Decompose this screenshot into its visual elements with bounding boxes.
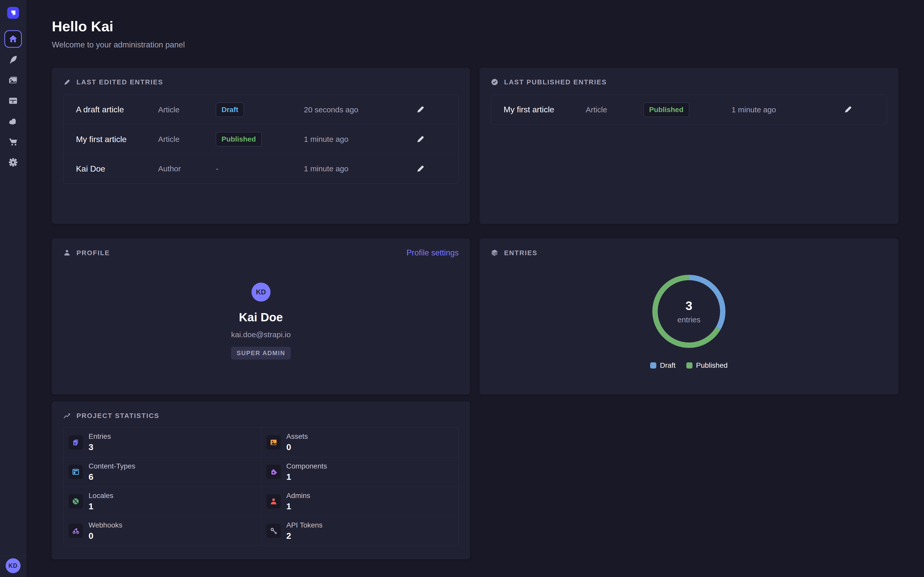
status-none: - xyxy=(216,164,304,173)
edit-entry-button[interactable] xyxy=(415,163,426,174)
panel-title: PROFILE xyxy=(76,249,110,257)
pencil-icon xyxy=(63,78,71,86)
sidebar-item-settings[interactable] xyxy=(8,157,18,168)
stat-label: Entries xyxy=(89,432,111,440)
cube-icon xyxy=(491,249,498,257)
sidebar-bottom: KD xyxy=(0,556,26,577)
status-badge: Published xyxy=(216,132,262,147)
edit-entry-button[interactable] xyxy=(415,134,426,145)
last-published-table: My first article Article Published 1 min… xyxy=(491,95,887,125)
sidebar-item-media-library[interactable] xyxy=(8,75,18,85)
trend-icon xyxy=(63,412,71,419)
stat-assets: Assets 0 xyxy=(261,427,459,457)
profile-name: Kai Doe xyxy=(239,310,283,324)
pencil-icon xyxy=(415,134,425,144)
entry-kind: Article xyxy=(586,105,643,114)
table-row[interactable]: My first article Article Published 1 min… xyxy=(63,124,459,154)
strapi-dashboard: { "colors": { "background": "#181826", "… xyxy=(0,0,924,577)
table-row[interactable]: A draft article Article Draft 20 seconds… xyxy=(63,95,459,124)
entry-time: 20 seconds ago xyxy=(304,105,415,114)
stat-entries: Entries 3 xyxy=(63,427,261,457)
profile-body: KD Kai Doe kai.doe@strapi.io SUPER ADMIN xyxy=(63,257,459,359)
legend-swatch-draft xyxy=(650,363,656,369)
page-header: Hello Kai Welcome to your administration… xyxy=(52,18,185,50)
page-title: Hello Kai xyxy=(52,18,185,35)
feather-icon xyxy=(8,55,18,65)
panel-entries-chart: ENTRIES 3 entries Draft Published xyxy=(480,239,898,395)
panel-title: LAST EDITED ENTRIES xyxy=(76,78,163,86)
legend-item-published: Published xyxy=(687,361,728,369)
stat-label: Admins xyxy=(286,492,310,500)
profile-role-badge: SUPER ADMIN xyxy=(231,347,291,359)
stat-label: Webhooks xyxy=(89,521,123,529)
panel-profile: PROFILE Profile settings KD Kai Doe kai.… xyxy=(52,239,470,395)
stat-value: 1 xyxy=(286,501,310,511)
pencil-icon xyxy=(843,104,853,114)
edit-entry-button[interactable] xyxy=(415,104,426,115)
stat-content-types: Content-Types 6 xyxy=(63,457,261,487)
stat-label: Components xyxy=(286,462,327,470)
stat-value: 0 xyxy=(286,442,308,452)
stat-label: Content-Types xyxy=(89,462,135,470)
legend-label: Draft xyxy=(660,361,675,369)
entry-kind: Article xyxy=(158,135,216,143)
home-icon xyxy=(8,34,18,44)
sidebar-item-home[interactable] xyxy=(4,30,22,48)
strapi-logo-icon xyxy=(9,9,17,17)
sidebar-item-deploy[interactable] xyxy=(8,116,18,126)
puzzle-icon xyxy=(267,465,281,479)
sidebar-item-content-type-builder[interactable] xyxy=(8,96,18,106)
status-badge: Draft xyxy=(216,103,244,117)
images-icon xyxy=(8,75,18,85)
entry-time: 1 minute ago xyxy=(304,164,415,173)
panel-title: PROJECT STATISTICS xyxy=(76,412,159,420)
entry-name: A draft article xyxy=(76,105,158,114)
chart-legend: Draft Published xyxy=(491,361,887,369)
person-icon xyxy=(63,249,71,257)
legend-item-draft: Draft xyxy=(650,361,675,369)
key-icon xyxy=(267,524,281,538)
stats-table: Entries 3 Assets 0 xyxy=(63,427,459,546)
stat-value: 0 xyxy=(89,531,123,541)
entry-kind: Author xyxy=(158,164,216,173)
stat-label: API Tokens xyxy=(286,521,323,529)
panel-last-published-entries: LAST PUBLISHED ENTRIES My first article … xyxy=(480,68,898,224)
table-row[interactable]: My first article Article Published 1 min… xyxy=(491,95,887,124)
donut-center: 3 entries xyxy=(650,273,727,350)
entries-donut-chart: 3 entries xyxy=(650,273,727,350)
panel-title: ENTRIES xyxy=(504,249,538,257)
documents-icon xyxy=(68,435,83,450)
stat-value: 1 xyxy=(89,501,113,511)
profile-email: kai.doe@strapi.io xyxy=(231,330,291,339)
sidebar-nav xyxy=(8,55,18,168)
stat-admins: Admins 1 xyxy=(261,487,459,516)
legend-swatch-published xyxy=(687,363,693,369)
entry-name: My first article xyxy=(504,105,586,114)
cart-icon xyxy=(8,137,18,147)
table-row[interactable]: Kai Doe Author - 1 minute ago xyxy=(63,154,459,183)
stat-value: 1 xyxy=(286,472,327,482)
globe-icon xyxy=(68,494,83,509)
sidebar-item-marketplace[interactable] xyxy=(8,137,18,147)
edit-entry-button[interactable] xyxy=(842,104,853,115)
panel-title: LAST PUBLISHED ENTRIES xyxy=(504,78,607,86)
entry-name: Kai Doe xyxy=(76,164,158,174)
stat-locales: Locales 1 xyxy=(63,487,261,516)
picture-icon xyxy=(267,435,281,450)
sidebar: KD xyxy=(0,0,26,577)
profile-settings-link[interactable]: Profile settings xyxy=(407,248,459,258)
stat-label: Assets xyxy=(286,432,308,440)
strapi-logo xyxy=(7,7,19,19)
admin-person-icon xyxy=(267,494,281,509)
stat-value: 3 xyxy=(89,442,111,452)
check-circle-icon xyxy=(491,78,498,86)
sidebar-item-content-manager[interactable] xyxy=(8,55,18,65)
legend-label: Published xyxy=(696,361,728,369)
entry-time: 1 minute ago xyxy=(304,135,415,143)
sidebar-user-avatar[interactable]: KD xyxy=(6,558,21,573)
layout-icon xyxy=(8,96,18,106)
panel-project-statistics: PROJECT STATISTICS Entries 3 xyxy=(52,401,470,559)
entries-count: 3 xyxy=(686,299,693,313)
entries-count-label: entries xyxy=(677,316,700,324)
pencil-icon xyxy=(415,163,425,174)
